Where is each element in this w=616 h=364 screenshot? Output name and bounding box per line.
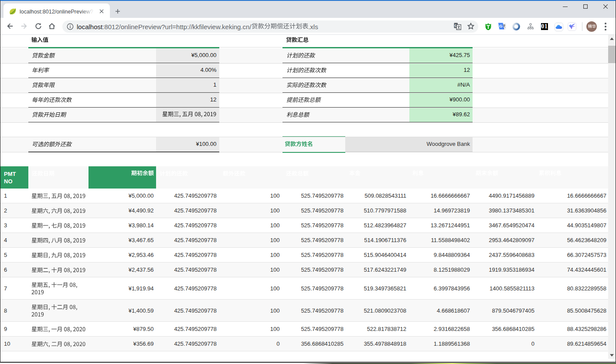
svg-text:G: G [499, 24, 502, 28]
